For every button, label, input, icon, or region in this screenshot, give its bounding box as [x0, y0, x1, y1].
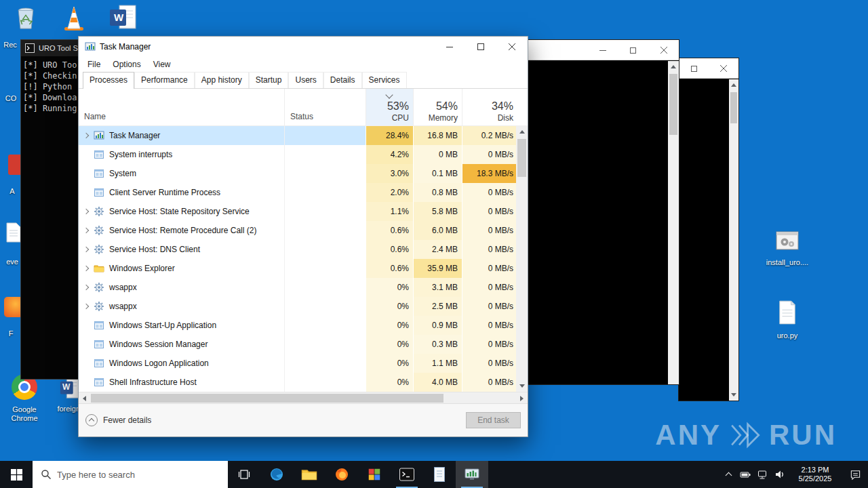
expand-cell[interactable] — [79, 240, 94, 259]
vlc-icon[interactable] — [60, 3, 88, 33]
scroll-up-arrow[interactable] — [516, 126, 528, 138]
task-manager-window[interactable]: Task Manager FileOptionsView ProcessesPe… — [78, 36, 528, 437]
start-button[interactable] — [0, 461, 33, 488]
taskbar-search-box[interactable] — [33, 461, 228, 488]
process-name: System — [94, 164, 284, 183]
background-window-2[interactable] — [678, 58, 739, 401]
scroll-down-arrow[interactable] — [516, 380, 528, 392]
tray-network-button[interactable] — [754, 461, 771, 488]
column-header-cpu[interactable]: 53% CPU — [366, 89, 413, 125]
expand-cell[interactable] — [79, 316, 94, 335]
expand-cell[interactable] — [79, 145, 94, 164]
expand-cell[interactable] — [79, 126, 94, 145]
process-row[interactable]: System interrupts4.2%0 MB0 MB/s — [79, 145, 528, 164]
recycle-bin-icon[interactable] — [12, 3, 39, 32]
process-row[interactable]: Windows Logon Application0%1.1 MB0 MB/s — [79, 354, 528, 373]
taskbar-file-explorer-button[interactable] — [293, 461, 326, 488]
process-memory: 0.9 MB — [413, 316, 462, 335]
installer-label: install_uro.... — [755, 258, 820, 267]
installer-icon[interactable] — [774, 228, 801, 253]
process-row[interactable]: Windows Session Manager0%0.3 MB0 MB/s — [79, 335, 528, 354]
horizontal-scroll-thumb[interactable] — [91, 394, 443, 403]
expand-cell[interactable] — [79, 297, 94, 316]
gear-icon — [94, 225, 104, 236]
bgwin1-close-button[interactable] — [648, 40, 679, 60]
scroll-right-arrow[interactable] — [516, 392, 528, 404]
tm-titlebar[interactable]: Task Manager — [79, 37, 528, 57]
search-input[interactable] — [57, 461, 228, 488]
tm-minimize-button[interactable] — [434, 37, 465, 57]
tab-details[interactable]: Details — [323, 72, 362, 88]
taskbar-notepad-button[interactable] — [423, 461, 456, 488]
process-list-horizontal-scrollbar[interactable] — [79, 392, 528, 403]
column-header-status[interactable]: Status — [284, 89, 366, 125]
bgwin1-scrollbar[interactable] — [668, 61, 679, 384]
process-row[interactable]: System3.0%0.1 MB18.3 MB/s — [79, 164, 528, 183]
taskbar-clock[interactable]: 2:13 PM 5/25/2025 — [788, 461, 842, 488]
column-header-name[interactable]: Name — [79, 89, 284, 125]
task-view-button[interactable] — [228, 461, 260, 488]
process-row[interactable]: Service Host: DNS Client0.6%2.4 MB0 MB/s — [79, 240, 528, 259]
fewer-details-toggle[interactable]: Fewer details — [85, 414, 151, 426]
tray-show-hidden-icons-button[interactable] — [719, 461, 737, 488]
process-row[interactable]: Task Manager28.4%16.8 MB0.2 MB/s — [79, 126, 528, 145]
gear-icon — [94, 282, 104, 293]
tm-close-button[interactable] — [496, 37, 528, 57]
python-file-icon[interactable] — [777, 300, 797, 325]
tab-startup[interactable]: Startup — [249, 72, 289, 88]
process-row[interactable]: Windows Start-Up Application0%0.9 MB0 MB… — [79, 316, 528, 335]
expand-cell[interactable] — [79, 183, 94, 202]
process-row[interactable]: Client Server Runtime Process2.0%0.8 MB0… — [79, 183, 528, 202]
bgwin2-scrollbar[interactable] — [729, 79, 738, 401]
process-row[interactable]: wsappx0%3.1 MB0 MB/s — [79, 278, 528, 297]
tab-app-history[interactable]: App history — [195, 72, 249, 88]
process-status — [284, 373, 366, 392]
process-row[interactable]: wsappx0%2.5 MB0 MB/s — [79, 297, 528, 316]
process-row[interactable]: Shell Infrastructure Host0%4.0 MB0 MB/s — [79, 373, 528, 392]
menu-options[interactable]: Options — [106, 60, 146, 69]
word-document-icon[interactable]: W — [108, 3, 138, 33]
action-center-button[interactable] — [842, 461, 868, 488]
bgwin1-minimize-button[interactable] — [587, 40, 618, 60]
tab-performance[interactable]: Performance — [134, 72, 195, 88]
vertical-scroll-thumb[interactable] — [517, 139, 526, 177]
process-disk: 0 MB/s — [462, 183, 517, 202]
tray-battery-button[interactable] — [737, 461, 754, 488]
window-icon — [94, 339, 104, 350]
desktop-doc-eve-icon[interactable] — [5, 222, 22, 243]
expand-cell[interactable] — [79, 259, 94, 278]
expand-cell[interactable] — [79, 335, 94, 354]
bgwin2-close-button[interactable] — [709, 58, 738, 79]
process-disk: 0 MB/s — [462, 335, 517, 354]
expand-cell[interactable] — [79, 221, 94, 240]
process-row[interactable]: Service Host: Remote Procedure Call (2)0… — [79, 221, 528, 240]
process-list-vertical-scrollbar[interactable] — [516, 126, 528, 392]
process-row[interactable]: Windows Explorer0.6%35.9 MB0 MB/s — [79, 259, 528, 278]
taskbar-app-button[interactable] — [358, 461, 391, 488]
expand-cell[interactable] — [79, 202, 94, 221]
tab-services[interactable]: Services — [362, 72, 407, 88]
process-row[interactable]: Service Host: State Repository Service1.… — [79, 202, 528, 221]
column-header-memory[interactable]: 54% Memory — [413, 89, 462, 125]
expand-cell[interactable] — [79, 164, 94, 183]
tray-volume-button[interactable] — [771, 461, 788, 488]
window-icon — [94, 320, 104, 331]
column-header-disk[interactable]: 34% Disk — [462, 89, 517, 125]
tab-users[interactable]: Users — [288, 72, 323, 88]
menu-view[interactable]: View — [147, 60, 177, 69]
taskbar-cmd-button[interactable] — [391, 461, 423, 488]
end-task-button[interactable]: End task — [466, 412, 521, 428]
tm-maximize-button[interactable] — [465, 37, 496, 57]
taskbar-firefox-button[interactable] — [326, 461, 358, 488]
tab-processes[interactable]: Processes — [83, 72, 134, 89]
bgwin1-maximize-button[interactable] — [618, 40, 648, 60]
expand-cell[interactable] — [79, 278, 94, 297]
menu-file[interactable]: File — [81, 60, 106, 69]
scroll-left-arrow[interactable] — [79, 392, 90, 404]
bgwin2-maximize-button[interactable] — [679, 58, 709, 79]
process-name: Service Host: Remote Procedure Call (2) — [94, 221, 284, 240]
taskbar-edge-button[interactable] — [260, 461, 293, 488]
expand-cell[interactable] — [79, 373, 94, 392]
taskbar-task-manager-button[interactable] — [456, 461, 488, 488]
expand-cell[interactable] — [79, 354, 94, 373]
